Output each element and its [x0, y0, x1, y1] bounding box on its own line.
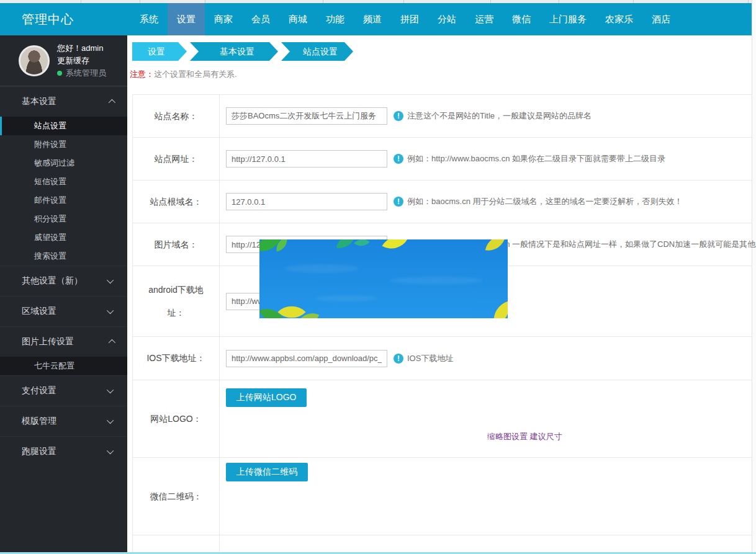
- nav-item-mall[interactable]: 商城: [279, 3, 317, 35]
- nav-item-hotel[interactable]: 酒店: [642, 3, 680, 35]
- field-label: IOS下载地址：: [133, 337, 220, 380]
- form-row-service-qq: 客服QQ： ! 前台模板显示调用！: [133, 535, 752, 554]
- nav-item-member[interactable]: 会员: [242, 3, 279, 35]
- sidebar-item-sms-settings[interactable]: 短信设置: [0, 172, 127, 191]
- sidebar-item-points-settings[interactable]: 积分设置: [0, 210, 127, 228]
- nav-item-operation[interactable]: 运营: [466, 3, 503, 35]
- nav-item-settings[interactable]: 设置: [168, 3, 205, 35]
- info-icon: !: [394, 354, 403, 364]
- user-greeting: 您好！admin: [57, 42, 106, 55]
- sidebar-item-attachment-settings[interactable]: 附件设置: [0, 135, 127, 154]
- sidebar-section-region-settings[interactable]: 区域设置: [0, 297, 127, 326]
- field-label: 客服QQ：: [133, 535, 220, 554]
- sidebar-item-qiniu-config[interactable]: 七牛云配置: [0, 357, 127, 375]
- user-block: 您好！admin 更新缓存 系统管理员: [0, 35, 127, 86]
- ios-download-input[interactable]: [226, 350, 387, 367]
- sidebar-section-other-settings[interactable]: 其他设置（新）: [0, 266, 127, 296]
- form-row-site-logo: 网站LOGO： 上传网站LOGO 缩略图设置 建议尺寸: [133, 380, 752, 458]
- root-domain-input[interactable]: [226, 193, 387, 210]
- sidebar-item-sensitive-words[interactable]: 敏感词过滤: [0, 154, 127, 172]
- breadcrumb-basic-settings[interactable]: 基本设置: [190, 42, 278, 61]
- nav-item-groupbuy[interactable]: 拼团: [391, 3, 428, 35]
- sidebar-section-payment-settings[interactable]: 支付设置: [0, 376, 127, 406]
- sidebar-item-site-settings[interactable]: 站点设置: [0, 117, 127, 135]
- info-icon: !: [394, 154, 403, 164]
- nav-item-channel[interactable]: 频道: [354, 3, 391, 35]
- field-hint: ! IOS下载地址: [394, 353, 453, 364]
- page-note: 注意：这个设置和全局有关系.: [130, 69, 752, 80]
- nav-item-merchant[interactable]: 商家: [205, 3, 242, 35]
- field-label: 图片域名：: [133, 223, 220, 266]
- sidebar-section-image-upload-settings[interactable]: 图片上传设置: [0, 327, 127, 357]
- leaf-decoration: [485, 239, 505, 253]
- chevron-up-icon: [109, 339, 115, 346]
- sidebar: 您好！admin 更新缓存 系统管理员 基本设置 站点设置 附件设置 敏感词过滤…: [0, 35, 127, 554]
- sidebar-section-errand-settings[interactable]: 跑腿设置: [0, 437, 127, 467]
- chevron-down-icon: [107, 386, 114, 393]
- nav-item-doorservice[interactable]: 上门服务: [540, 3, 596, 35]
- field-label: 站点名称：: [133, 95, 220, 137]
- nav-item-wechat[interactable]: 微信: [503, 3, 540, 35]
- field-label: 站点网址：: [133, 138, 220, 180]
- sidebar-item-mail-settings[interactable]: 邮件设置: [0, 191, 127, 210]
- settings-form: 站点名称： ! 注意这个不是网站的Title，一般建议是网站的品牌名 站点网址：…: [132, 94, 752, 554]
- user-role: 系统管理员: [57, 67, 106, 79]
- sidebar-section-template-management[interactable]: 模版管理: [0, 406, 127, 436]
- top-navbar: 管理中心 系统 设置 商家 会员 商城 功能 频道 拼团 分站 运营 微信 上门…: [0, 3, 752, 35]
- top-nav-items: 系统 设置 商家 会员 商城 功能 频道 拼团 分站 运营 微信 上门服务 农家…: [130, 3, 680, 35]
- leaf-decoration: [354, 239, 369, 251]
- breadcrumb: 设置 基本设置 站点设置: [132, 42, 752, 61]
- upload-wechat-qrcode-button[interactable]: 上传微信二维码: [226, 463, 308, 481]
- form-row-wechat-qrcode: 微信二维码： 上传微信二维码: [133, 458, 752, 535]
- form-row-site-name: 站点名称： ! 注意这个不是网站的Title，一般建议是网站的品牌名: [133, 95, 752, 138]
- leaf-decoration: [382, 239, 408, 255]
- breadcrumb-site-settings[interactable]: 站点设置: [281, 42, 353, 61]
- avatar: [19, 45, 50, 76]
- online-dot-icon: [57, 71, 62, 76]
- upload-logo-button[interactable]: 上传网站LOGO: [226, 388, 307, 407]
- chevron-down-icon: [107, 277, 114, 284]
- field-label: android下载地址：: [133, 266, 220, 336]
- sidebar-item-prestige-settings[interactable]: 威望设置: [0, 228, 127, 247]
- app-title: 管理中心: [0, 3, 130, 35]
- chevron-up-icon: [109, 99, 115, 106]
- nav-item-substation[interactable]: 分站: [428, 3, 466, 35]
- field-label: 站点根域名：: [133, 181, 220, 223]
- field-hint: ! 例如：http://www.baocms.cn 如果你在二级目录下面就需要带…: [394, 153, 665, 164]
- leaf-decoration: [336, 239, 355, 251]
- chevron-down-icon: [107, 447, 114, 454]
- leaf-decoration: [277, 298, 305, 318]
- refresh-cache-link[interactable]: 更新缓存: [57, 55, 106, 67]
- field-label: 微信二维码：: [133, 458, 220, 535]
- form-row-ios-download: IOS下载地址： ! IOS下载地址: [133, 337, 752, 380]
- scrollbar[interactable]: [752, 0, 756, 554]
- site-name-input[interactable]: [226, 107, 387, 125]
- chevron-down-icon: [107, 417, 114, 424]
- form-row-site-url: 站点网址： ! 例如：http://www.baocms.cn 如果你在二级目录…: [133, 138, 752, 181]
- form-row-root-domain: 站点根域名： ! 例如：baocms.cn 用于分站二级域名，这里的域名一定要泛…: [133, 181, 752, 223]
- site-url-input[interactable]: [226, 150, 387, 168]
- nav-item-system[interactable]: 系统: [130, 3, 168, 35]
- thumbnail-settings-link[interactable]: 缩略图设置 建议尺寸: [487, 431, 562, 442]
- leaf-decoration: [489, 301, 508, 318]
- field-hint: ! 例如：baocms.cn 用于分站二级域名，这里的域名一定要泛解析，否则失效…: [394, 196, 682, 207]
- uploaded-image-preview: [259, 239, 508, 318]
- field-hint: ! 注意这个不是网站的Title，一般建议是网站的品牌名: [394, 110, 592, 122]
- nav-item-farmstay[interactable]: 农家乐: [596, 3, 642, 35]
- breadcrumb-settings[interactable]: 设置: [132, 42, 187, 61]
- info-icon: !: [394, 197, 403, 207]
- sidebar-section-basic-settings[interactable]: 基本设置: [0, 87, 127, 117]
- sidebar-item-search-settings[interactable]: 搜索设置: [0, 247, 127, 266]
- nav-item-function[interactable]: 功能: [317, 3, 354, 35]
- chevron-down-icon: [107, 307, 114, 314]
- info-icon: !: [394, 111, 403, 121]
- field-label: 网站LOGO：: [133, 380, 220, 457]
